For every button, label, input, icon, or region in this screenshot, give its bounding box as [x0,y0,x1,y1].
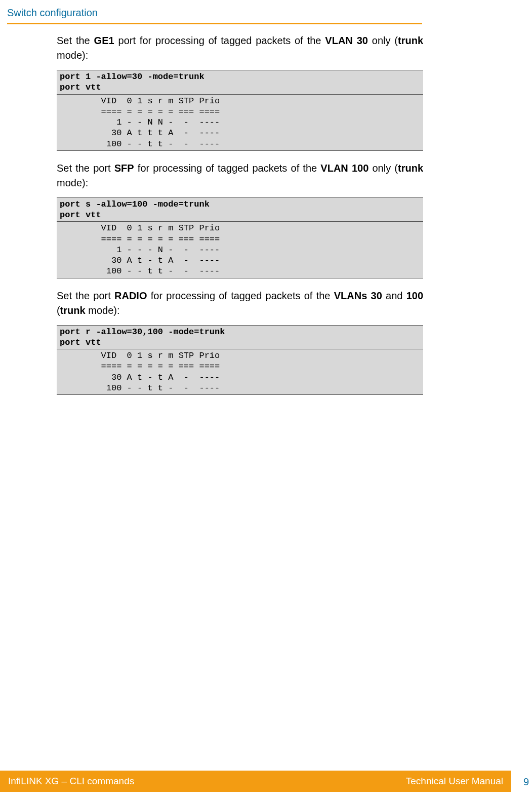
header: Switch configuration [0,0,532,19]
content: Set the GE1 port for processing of tagge… [0,24,423,395]
bold-trunk: trunk [398,35,423,46]
text: port for processing of tagged packets of… [114,35,325,46]
text: mode): [57,177,88,188]
bold-vlans30: VLANs 30 [334,290,382,301]
text: Set the port [57,290,114,301]
bold-sfp: SFP [114,163,134,174]
code-output: VID 0 1 s r m STP Prio ==== = = = = = ==… [57,349,423,395]
footer-right: Technical User Manual [263,771,511,792]
bold-trunk: trunk [398,163,423,174]
text: for processing of tagged packets of the [134,163,321,174]
paragraph-2: Set the port SFP for processing of tagge… [57,161,423,190]
bold-vlan100: VLAN 100 [320,163,369,174]
bold-100: 100 [406,290,423,301]
text: for processing of tagged packets of the [147,290,334,301]
footer-bar: InfiLINK XG – CLI commands Technical Use… [0,771,532,792]
text: ( [57,305,60,316]
text: mode): [86,305,120,316]
code-block-3: port r -allow=30,100 -mode=trunk port vt… [57,325,423,395]
code-output: VID 0 1 s r m STP Prio ==== = = = = = ==… [57,222,423,278]
bold-trunk: trunk [60,305,86,316]
paragraph-1: Set the GE1 port for processing of tagge… [57,33,423,63]
page-number: 9 [523,776,529,788]
bold-radio: RADIO [114,290,147,301]
code-command: port s -allow=100 -mode=trunk port vtt [57,197,423,222]
code-block-1: port 1 -allow=30 -mode=trunk port vtt VI… [57,70,423,151]
text: mode): [57,50,88,61]
code-command: port r -allow=30,100 -mode=trunk port vt… [57,325,423,350]
text: Set the port [57,163,114,174]
paragraph-3: Set the port RADIO for processing of tag… [57,289,423,318]
text: and [382,290,406,301]
footer-left: InfiLINK XG – CLI commands [0,771,263,792]
code-output: VID 0 1 s r m STP Prio ==== = = = = = ==… [57,95,423,151]
bold-ge1: GE1 [94,35,114,46]
code-command: port 1 -allow=30 -mode=trunk port vtt [57,70,423,95]
bold-vlan30: VLAN 30 [325,35,368,46]
section-title: Switch configuration [7,7,532,19]
page: Switch configuration Set the GE1 port fo… [0,0,532,803]
footer: InfiLINK XG – CLI commands Technical Use… [0,771,532,792]
code-block-2: port s -allow=100 -mode=trunk port vtt V… [57,197,423,278]
text: Set the [57,35,94,46]
text: only ( [368,35,398,46]
text: only ( [369,163,398,174]
